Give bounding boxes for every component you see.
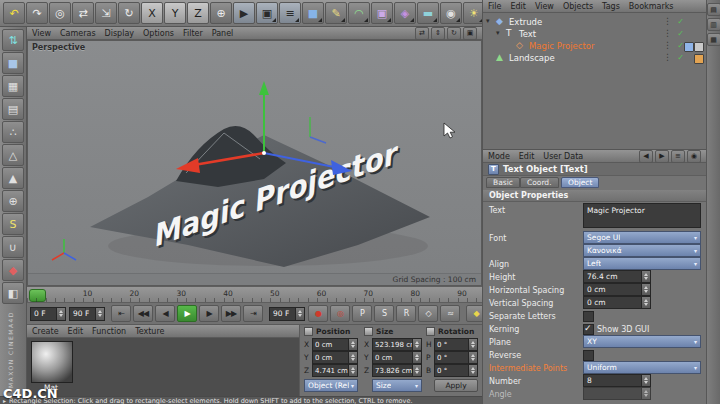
- toolbar-render-settings[interactable]: ≡: [279, 2, 301, 24]
- object-row-magic-projector[interactable]: ◇Magic Projector⋮✓: [483, 40, 706, 52]
- toolbar-undo[interactable]: ↶: [3, 2, 25, 24]
- toolbar-add-nurbs[interactable]: ◠: [348, 2, 370, 24]
- spin-up-icon[interactable]: [415, 354, 419, 357]
- record-rotation[interactable]: R: [396, 305, 416, 322]
- toolbar-add-camera[interactable]: ◉: [440, 2, 462, 24]
- font-dropdown[interactable]: Segoe UI: [583, 231, 701, 244]
- toolbar-live-selection[interactable]: ◎: [49, 2, 71, 24]
- spin-down-icon[interactable]: [59, 314, 63, 317]
- current-frame-field[interactable]: 0 F: [30, 307, 66, 321]
- size-y-spinner[interactable]: [412, 352, 421, 363]
- spin-down-icon[interactable]: [351, 371, 355, 374]
- toolbar-add-modeling[interactable]: ▣: [371, 2, 393, 24]
- apply-button[interactable]: Apply: [434, 379, 478, 392]
- range-end-spinner[interactable]: [295, 308, 304, 320]
- toolbar-coordinate-system[interactable]: ⊕: [210, 2, 232, 24]
- tool-model-mode[interactable]: ■: [2, 52, 24, 74]
- spin-up-icon[interactable]: [351, 367, 355, 370]
- om-menu-file[interactable]: File: [488, 2, 501, 11]
- toolbar-add-spline[interactable]: ✎: [325, 2, 347, 24]
- spin-down-icon[interactable]: [644, 303, 648, 306]
- toolbar-lock-x-axis[interactable]: X: [141, 2, 163, 24]
- viewport-menu-display[interactable]: Display: [105, 29, 135, 38]
- spin-down-icon[interactable]: [644, 381, 648, 384]
- spin-down-icon[interactable]: [351, 358, 355, 361]
- record-scale[interactable]: S: [374, 305, 394, 322]
- object-row-extrude[interactable]: ▾◆Extrude⋮✓: [483, 16, 706, 28]
- enabled-check-icon[interactable]: ✓: [677, 41, 684, 50]
- nav-back[interactable]: ◀: [639, 150, 653, 163]
- toolbar-add-primitive-cube[interactable]: ■: [302, 2, 324, 24]
- text-input[interactable]: Magic Projector: [583, 203, 701, 228]
- record-keyframe[interactable]: ●: [308, 305, 328, 322]
- tool-texture-mode[interactable]: ▦: [2, 75, 24, 97]
- height-spinner[interactable]: [641, 271, 650, 282]
- viewport[interactable]: Magic Projector Magic Projector Perspect…: [27, 40, 482, 286]
- play-forward[interactable]: ▶: [177, 305, 197, 322]
- toolbar-move[interactable]: ⇄: [72, 2, 94, 24]
- viewport-orbit[interactable]: ↻: [447, 27, 461, 40]
- pos-z-field[interactable]: 4.741 cm: [312, 364, 358, 377]
- tool-polygons-mode[interactable]: ▲: [2, 167, 24, 189]
- am-lock[interactable]: ◉: [687, 150, 701, 163]
- rot-p-spinner[interactable]: [468, 352, 477, 363]
- reverse-checkbox[interactable]: [583, 350, 594, 361]
- spin-down-icon[interactable]: [644, 394, 648, 397]
- rot-h-field[interactable]: 0 °: [434, 338, 478, 351]
- spin-up-icon[interactable]: [644, 390, 648, 393]
- nav-forward[interactable]: ▶: [655, 150, 669, 163]
- record-pla[interactable]: ≈: [440, 305, 460, 322]
- viewport-menu-filter[interactable]: Filter: [183, 29, 203, 38]
- am-menu-edit[interactable]: Edit: [519, 152, 535, 161]
- om-menu-objects[interactable]: Objects: [563, 2, 593, 11]
- spin-down-icon[interactable]: [471, 371, 475, 374]
- visibility-dots[interactable]: ⋮: [663, 40, 672, 50]
- spin-up-icon[interactable]: [471, 367, 475, 370]
- pos-y-field[interactable]: 0 cm: [312, 351, 358, 364]
- spin-up-icon[interactable]: [351, 341, 355, 344]
- tool-paint-mode[interactable]: ◧: [2, 282, 24, 304]
- spin-down-icon[interactable]: [471, 358, 475, 361]
- tool-edges-mode[interactable]: △: [2, 144, 24, 166]
- spin-down-icon[interactable]: [351, 345, 355, 348]
- show-3d-gui-checkbox[interactable]: [583, 324, 594, 335]
- om-menu-bookmarks[interactable]: Bookmarks: [629, 2, 674, 11]
- toolbar-lock-y-axis[interactable]: Y: [164, 2, 186, 24]
- coord-size-dropdown[interactable]: Size: [372, 379, 422, 392]
- toolbar-render-view[interactable]: ▶: [233, 2, 255, 24]
- angle-field[interactable]: [583, 387, 651, 400]
- pos-x-field[interactable]: 0 cm: [312, 338, 358, 351]
- spin-up-icon[interactable]: [644, 377, 648, 380]
- toolbar-add-environment[interactable]: ▬: [417, 2, 439, 24]
- tab-object[interactable]: Object: [561, 177, 599, 188]
- timeline-ruler[interactable]: 0102030405060708090: [27, 286, 482, 303]
- autokeying[interactable]: ◎: [330, 305, 350, 322]
- number-spinner[interactable]: [641, 375, 650, 386]
- tool-axis-lock[interactable]: ⊕: [2, 190, 24, 212]
- goto-start[interactable]: ⇤: [111, 305, 131, 322]
- toolbar-lock-z-axis[interactable]: Z: [187, 2, 209, 24]
- spin-down-icon[interactable]: [298, 314, 302, 317]
- pos-x-spinner[interactable]: [348, 339, 357, 350]
- size-x-spinner[interactable]: [412, 339, 421, 350]
- rot-h-spinner[interactable]: [468, 339, 477, 350]
- spin-up-icon[interactable]: [351, 354, 355, 357]
- expand-caret[interactable]: ▾: [496, 29, 500, 37]
- spin-up-icon[interactable]: [59, 310, 63, 313]
- toolbar-add-deformer[interactable]: ◈: [394, 2, 416, 24]
- tool-magnet-snap[interactable]: ∪: [2, 236, 24, 258]
- tool-points-mode[interactable]: ∴: [2, 121, 24, 143]
- goto-end[interactable]: ⇥: [243, 305, 263, 322]
- viewport-menu-view[interactable]: View: [32, 29, 51, 38]
- tag-icon[interactable]: [684, 42, 694, 52]
- plane-dropdown[interactable]: XY: [583, 335, 701, 348]
- toolbar-scale[interactable]: ⇲: [95, 2, 117, 24]
- om-menu-tags[interactable]: Tags: [602, 2, 620, 11]
- spin-down-icon[interactable]: [415, 345, 419, 348]
- visibility-dots[interactable]: ⋮: [663, 16, 672, 26]
- enabled-check-icon[interactable]: ✓: [677, 17, 684, 26]
- spin-up-icon[interactable]: [415, 341, 419, 344]
- rot-p-field[interactable]: 0 °: [434, 351, 478, 364]
- scene-canvas[interactable]: Magic Projector Magic Projector: [28, 41, 481, 273]
- intermediate-points-dropdown[interactable]: Uniform: [583, 361, 701, 374]
